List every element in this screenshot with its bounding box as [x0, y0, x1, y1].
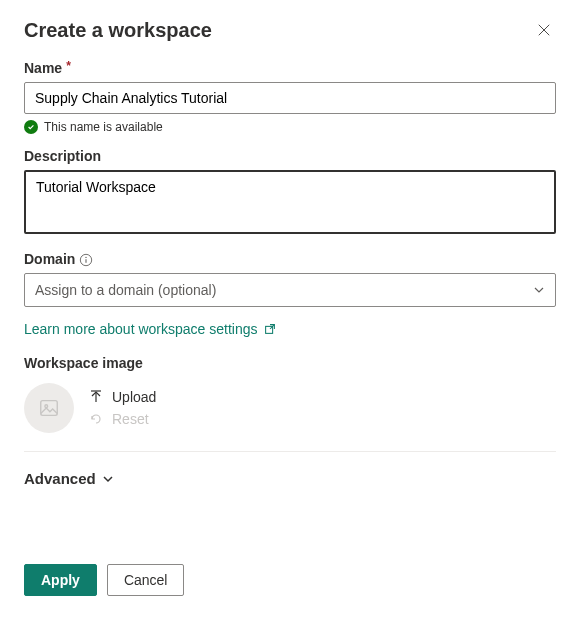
image-actions: Upload Reset: [88, 389, 156, 427]
chevron-down-icon: [102, 473, 114, 485]
learn-more-text: Learn more about workspace settings: [24, 321, 257, 337]
divider: [24, 451, 556, 452]
description-label: Description: [24, 148, 556, 164]
svg-point-3: [86, 257, 87, 258]
create-workspace-panel: Create a workspace Name * This name is a…: [0, 0, 580, 618]
cancel-button[interactable]: Cancel: [107, 564, 185, 596]
external-link-icon: [263, 322, 277, 336]
advanced-label: Advanced: [24, 470, 96, 487]
name-label: Name *: [24, 60, 556, 76]
domain-label-text: Domain: [24, 251, 75, 267]
name-label-text: Name: [24, 60, 62, 76]
info-icon: [79, 253, 93, 267]
description-field: Description: [24, 148, 556, 237]
panel-header: Create a workspace: [24, 18, 556, 42]
domain-label: Domain: [24, 251, 556, 267]
upload-button[interactable]: Upload: [88, 389, 156, 405]
name-validation-text: This name is available: [44, 120, 163, 134]
domain-field: Domain Assign to a domain (optional): [24, 251, 556, 307]
footer: Apply Cancel: [24, 564, 184, 596]
domain-placeholder: Assign to a domain (optional): [35, 282, 216, 298]
image-placeholder: [24, 383, 74, 433]
check-circle-icon: [24, 120, 38, 134]
image-icon: [38, 397, 60, 419]
advanced-toggle[interactable]: Advanced: [24, 470, 556, 487]
panel-title: Create a workspace: [24, 19, 212, 42]
name-validation: This name is available: [24, 120, 556, 134]
description-input[interactable]: [24, 170, 556, 234]
domain-select[interactable]: Assign to a domain (optional): [24, 273, 556, 307]
upload-label: Upload: [112, 389, 156, 405]
learn-more-link[interactable]: Learn more about workspace settings: [24, 321, 277, 337]
reset-button: Reset: [88, 411, 156, 427]
name-field: Name * This name is available: [24, 60, 556, 134]
workspace-image-row: Upload Reset: [24, 383, 556, 433]
chevron-down-icon: [533, 284, 545, 296]
reset-label: Reset: [112, 411, 149, 427]
svg-rect-7: [41, 401, 58, 416]
required-asterisk: *: [66, 59, 71, 73]
undo-icon: [88, 411, 104, 427]
close-button[interactable]: [532, 18, 556, 42]
upload-icon: [88, 389, 104, 405]
close-icon: [537, 23, 551, 37]
apply-button[interactable]: Apply: [24, 564, 97, 596]
workspace-image-label: Workspace image: [24, 355, 556, 371]
name-input[interactable]: [24, 82, 556, 114]
